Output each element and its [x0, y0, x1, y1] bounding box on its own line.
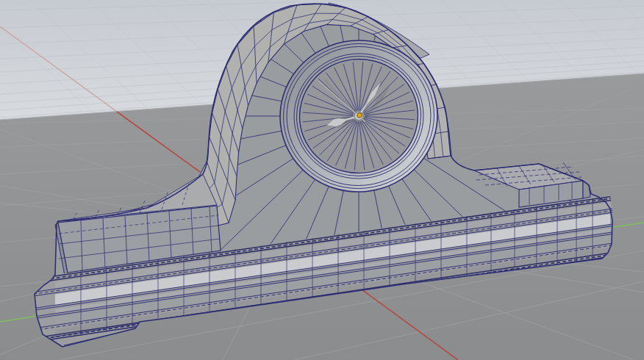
viewport-3d[interactable] — [0, 0, 644, 360]
pivot-point[interactable] — [357, 113, 362, 118]
